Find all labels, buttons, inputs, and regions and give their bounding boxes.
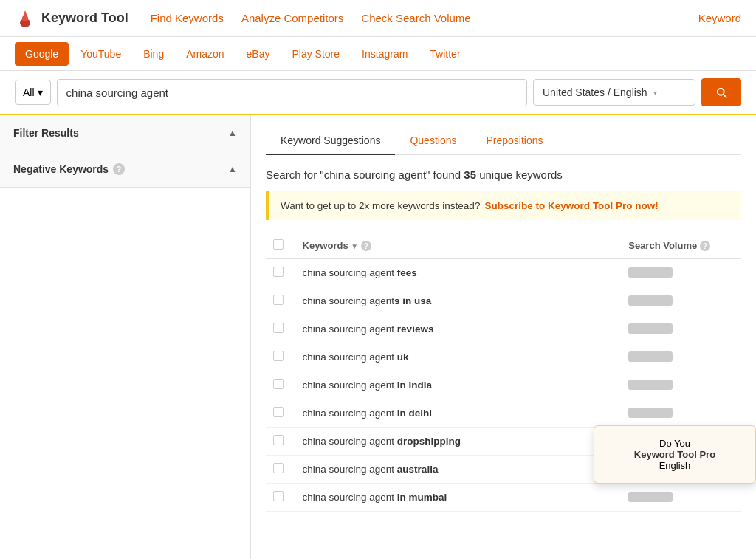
row-checkbox[interactable]: [273, 491, 284, 501]
select-all-checkbox[interactable]: [273, 239, 284, 250]
table-row: china sourcing agent in delhi██████: [266, 399, 741, 428]
row-keyword: china sourcing agent uk: [295, 343, 622, 371]
content-area: Keyword Suggestions Questions Prepositio…: [251, 115, 756, 559]
location-arrow-icon: ▾: [653, 89, 657, 97]
tab-bing[interactable]: Bing: [133, 42, 174, 66]
row-checkbox-cell: [266, 371, 295, 399]
svg-point-2: [22, 16, 28, 21]
tab-twitter[interactable]: Twitter: [419, 42, 470, 66]
keywords-help-icon[interactable]: ?: [361, 241, 371, 251]
nav-right-keyword[interactable]: Keyword: [698, 12, 741, 24]
row-keyword: china sourcing agent dropshipping: [295, 428, 622, 456]
row-keyword: china sourcing agent fees: [295, 258, 622, 287]
search-type-arrow: ▾: [38, 86, 43, 98]
search-input[interactable]: [57, 79, 527, 106]
nav-check-search-volume[interactable]: Check Search Volume: [361, 12, 470, 24]
row-checkbox[interactable]: [273, 351, 284, 361]
result-summary: Search for "china sourcing agent" found …: [266, 168, 741, 181]
row-checkbox-cell: [266, 258, 295, 287]
row-keyword: china sourcing agent in mumbai: [295, 484, 622, 512]
search-icon: [715, 86, 728, 99]
row-checkbox[interactable]: [273, 267, 284, 277]
negative-keywords-header[interactable]: Negative Keywords ? ▲: [0, 151, 250, 187]
search-type-select[interactable]: All ▾: [15, 80, 51, 105]
location-select[interactable]: United States / English ▾: [533, 79, 695, 106]
filter-results-section: Filter Results ▲: [0, 115, 250, 151]
tab-instagram[interactable]: Instagram: [351, 42, 418, 66]
row-checkbox-cell: [266, 343, 295, 371]
row-search-volume: ██████: [621, 484, 741, 512]
row-keyword: china sourcing agent reviews: [295, 315, 622, 343]
tab-amazon[interactable]: Amazon: [176, 42, 234, 66]
search-row: All ▾ United States / English ▾: [0, 71, 756, 115]
table-row: china sourcing agent reviews██████: [266, 315, 741, 343]
header: Keyword Tool Find Keywords Analyze Compe…: [0, 0, 756, 37]
col-header-keywords: Keywords ▼ ?: [295, 233, 622, 258]
filter-results-header[interactable]: Filter Results ▲: [0, 115, 250, 151]
filter-results-title: Filter Results: [13, 127, 79, 139]
row-checkbox-cell: [266, 484, 295, 512]
location-label: United States / English: [543, 86, 647, 98]
table-row: china sourcing agent in india██████: [266, 371, 741, 399]
row-checkbox[interactable]: [273, 435, 284, 445]
promo-banner: Want to get up to 2x more keywords inste…: [266, 191, 741, 220]
logo: Keyword Tool: [15, 8, 128, 29]
main-layout: Filter Results ▲ Negative Keywords ? ▲ K…: [0, 115, 756, 559]
row-keyword: china sourcing agent in india: [295, 371, 622, 399]
popup-card: Do You Keyword Tool Pro English: [594, 425, 756, 484]
sidebar: Filter Results ▲ Negative Keywords ? ▲: [0, 115, 251, 559]
popup-link[interactable]: Keyword Tool Pro: [634, 449, 715, 460]
table-row: china sourcing agents in usa██████: [266, 287, 741, 315]
row-checkbox[interactable]: [273, 295, 284, 305]
popup-text: Do You: [606, 438, 743, 449]
row-checkbox-cell: [266, 315, 295, 343]
negative-keywords-help-icon[interactable]: ?: [113, 163, 125, 175]
row-checkbox[interactable]: [273, 463, 284, 473]
main-nav: Find Keywords Analyze Competitors Check …: [151, 12, 471, 24]
row-keyword: china sourcing agents in usa: [295, 287, 622, 315]
tab-play-store[interactable]: Play Store: [281, 42, 350, 66]
nav-analyze-competitors[interactable]: Analyze Competitors: [241, 12, 343, 24]
row-checkbox[interactable]: [273, 323, 284, 333]
negative-keywords-chevron-icon: ▲: [228, 164, 237, 174]
col-header-volume: Search Volume ?: [621, 233, 741, 258]
row-keyword: china sourcing agent in delhi: [295, 399, 622, 428]
row-search-volume: ██████: [621, 371, 741, 399]
table-row: china sourcing agent uk██████: [266, 343, 741, 371]
negative-keywords-title: Negative Keywords ?: [13, 163, 125, 175]
tab-youtube[interactable]: YouTube: [70, 42, 131, 66]
volume-help-icon[interactable]: ?: [700, 241, 710, 251]
filter-results-chevron-icon: ▲: [228, 128, 237, 138]
table-row: china sourcing agent in mumbai██████: [266, 484, 741, 512]
row-search-volume: ██████: [621, 315, 741, 343]
search-button[interactable]: [701, 78, 741, 106]
col-header-check: [266, 233, 295, 258]
sort-arrow-icon[interactable]: ▼: [351, 242, 358, 250]
row-search-volume: ██████: [621, 258, 741, 287]
row-checkbox-cell: [266, 287, 295, 315]
tab-ebay[interactable]: eBay: [236, 42, 281, 66]
sub-tab-prepositions[interactable]: Prepositions: [471, 127, 557, 155]
table-row: china sourcing agent fees██████: [266, 258, 741, 287]
promo-link[interactable]: Subscribe to Keyword Tool Pro now!: [484, 200, 658, 211]
sub-tab-keyword-suggestions[interactable]: Keyword Suggestions: [266, 127, 395, 155]
row-checkbox-cell: [266, 399, 295, 428]
sub-tab-questions[interactable]: Questions: [395, 127, 471, 155]
row-checkbox[interactable]: [273, 407, 284, 417]
row-checkbox-cell: [266, 428, 295, 456]
popup-suffix: English: [606, 460, 743, 471]
sub-tabs: Keyword Suggestions Questions Prepositio…: [266, 127, 741, 155]
search-type-label: All: [23, 86, 35, 98]
row-search-volume: ██████: [621, 399, 741, 428]
nav-find-keywords[interactable]: Find Keywords: [151, 12, 224, 24]
tab-google[interactable]: Google: [15, 42, 69, 66]
row-search-volume: ██████: [621, 343, 741, 371]
row-keyword: china sourcing agent australia: [295, 456, 622, 484]
negative-keywords-section: Negative Keywords ? ▲: [0, 151, 250, 188]
row-checkbox[interactable]: [273, 379, 284, 389]
promo-text: Want to get up to 2x more keywords inste…: [281, 200, 480, 211]
logo-text: Keyword Tool: [41, 10, 128, 26]
logo-icon: [15, 8, 35, 29]
platform-tabs: Google YouTube Bing Amazon eBay Play Sto…: [0, 37, 756, 71]
result-count: 35: [464, 168, 476, 181]
